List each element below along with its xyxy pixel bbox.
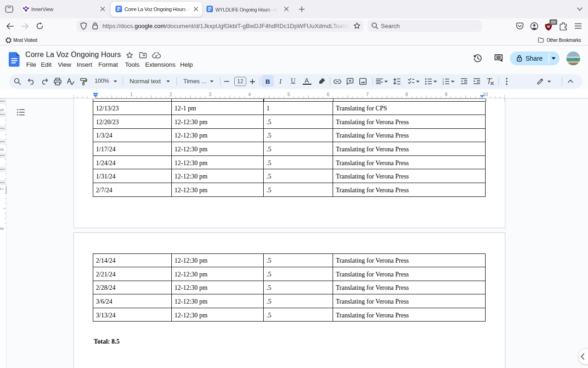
svg-text:4: 4 <box>248 92 251 97</box>
svg-text:10: 10 <box>483 92 488 97</box>
svg-text:7: 7 <box>366 92 369 97</box>
svg-text:1: 1 <box>130 92 133 97</box>
svg-text:6: 6 <box>327 92 329 97</box>
svg-text:5: 5 <box>0 109 5 111</box>
svg-text:7: 7 <box>0 188 5 190</box>
svg-text:8: 8 <box>406 92 408 97</box>
svg-text:5: 5 <box>288 92 290 97</box>
svg-text:3: 3 <box>209 92 212 97</box>
svg-text:9: 9 <box>445 92 447 97</box>
svg-text:8: 8 <box>0 227 5 230</box>
svg-text:6: 6 <box>0 148 5 151</box>
svg-text:2: 2 <box>170 92 172 97</box>
svg-text:3: 3 <box>442 83 444 85</box>
